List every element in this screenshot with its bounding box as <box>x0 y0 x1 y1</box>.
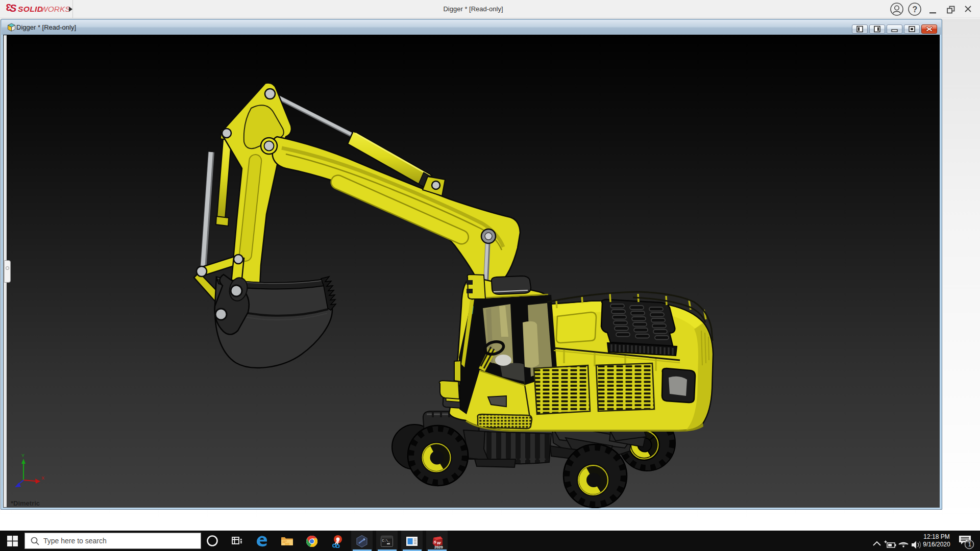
svg-text:X: X <box>41 475 44 481</box>
svg-text:Y: Y <box>21 453 24 458</box>
svg-text:1: 1 <box>968 541 971 547</box>
svg-text:?: ? <box>913 5 918 14</box>
